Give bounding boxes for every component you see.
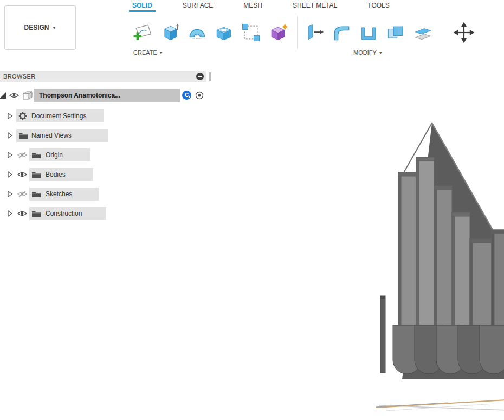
press-pull-button[interactable] xyxy=(302,18,327,47)
caret-down-icon: ▼ xyxy=(53,26,56,30)
tree-item-document-settings[interactable]: Document Settings xyxy=(0,109,217,123)
gear-icon xyxy=(18,112,27,120)
tab-surface[interactable]: SURFACE xyxy=(179,0,217,12)
caret-down-icon: ▼ xyxy=(379,51,383,55)
create-sketch-button[interactable] xyxy=(130,18,155,47)
tab-sheet-metal[interactable]: SHEET METAL xyxy=(289,0,340,12)
tree-item-label: Named Views xyxy=(31,128,72,143)
modify-group-dropdown[interactable]: MODIFY ▼ xyxy=(353,49,383,56)
rectangular-pattern-button[interactable] xyxy=(238,18,263,47)
shell-icon xyxy=(358,22,379,43)
offset-plane-button[interactable] xyxy=(410,18,435,47)
toolbar: DESIGN ▼ SOLID SURFACE MESH SHEET METAL … xyxy=(0,0,504,61)
tree-item-label: Bodies xyxy=(46,167,66,182)
tree-item-label: Document Settings xyxy=(31,109,86,123)
tree-item-label: Origin xyxy=(46,148,63,162)
shell-button[interactable] xyxy=(356,18,381,47)
tab-solid[interactable]: SOLID xyxy=(129,0,156,12)
browser-header: BROWSER xyxy=(0,71,206,82)
press-pull-icon xyxy=(303,22,325,43)
create-form-button[interactable] xyxy=(266,18,290,47)
caret-down-icon: ▼ xyxy=(159,51,163,55)
revolve-button[interactable] xyxy=(184,18,209,47)
component-icon xyxy=(22,91,33,100)
folder-icon xyxy=(31,190,41,198)
rectangular-pattern-icon xyxy=(240,22,262,43)
create-sketch-icon xyxy=(132,22,153,43)
tree-item-sketches[interactable]: Sketches xyxy=(0,187,217,201)
minus-icon xyxy=(198,76,202,77)
tree-item-named-views[interactable]: Named Views xyxy=(0,128,217,143)
cloud-status-badge[interactable]: C xyxy=(182,91,191,100)
tree-item-label: Sketches xyxy=(46,187,72,201)
badge-dot xyxy=(189,96,190,98)
combine-button[interactable] xyxy=(383,18,408,47)
eye-visible-icon[interactable] xyxy=(9,92,19,99)
hole-icon xyxy=(213,22,235,43)
folder-icon xyxy=(31,171,41,178)
tab-tools[interactable]: TOOLS xyxy=(364,0,392,12)
modify-group-label: MODIFY xyxy=(353,49,377,56)
expand-closed-icon[interactable] xyxy=(8,210,13,217)
folder-icon xyxy=(31,210,41,217)
tree-item-construction[interactable]: Construction xyxy=(0,206,217,221)
create-group-label: CREATE xyxy=(133,49,157,56)
eye-hidden-icon[interactable] xyxy=(17,191,27,197)
extrude-icon xyxy=(159,22,180,43)
design-menu-button[interactable]: DESIGN ▼ xyxy=(4,5,76,50)
tree-item-bodies[interactable]: Bodies xyxy=(0,167,217,182)
eye-hidden-icon[interactable] xyxy=(17,152,27,158)
folder-icon xyxy=(31,151,41,159)
model-3d xyxy=(376,123,504,411)
ribbon-tabs: SOLID SURFACE MESH SHEET METAL TOOLS xyxy=(129,0,393,12)
tree-item-label: Construction xyxy=(46,206,82,221)
expand-closed-icon[interactable] xyxy=(8,132,13,139)
expand-closed-icon[interactable] xyxy=(8,152,13,158)
offset-plane-icon xyxy=(412,22,434,43)
move-copy-icon xyxy=(453,22,475,43)
tool-row xyxy=(130,17,479,48)
eye-visible-icon[interactable] xyxy=(17,210,27,217)
browser-scrollbar[interactable] xyxy=(209,72,211,81)
revolve-icon xyxy=(186,22,208,43)
design-menu-label: DESIGN xyxy=(24,24,49,31)
expand-closed-icon[interactable] xyxy=(8,171,13,178)
expand-open-icon[interactable] xyxy=(0,92,7,99)
tree-item-root-component[interactable]: Thompson Anamotonica... C xyxy=(0,88,217,102)
eye-visible-icon[interactable] xyxy=(17,171,27,178)
create-form-icon xyxy=(267,22,289,43)
browser-title: BROWSER xyxy=(3,73,36,80)
browser-collapse-button[interactable] xyxy=(196,73,204,80)
tree-item-origin[interactable]: Origin xyxy=(0,148,217,162)
hole-button[interactable] xyxy=(211,18,236,47)
fillet-button[interactable] xyxy=(329,18,354,47)
expand-closed-icon[interactable] xyxy=(8,191,13,197)
tab-mesh[interactable]: MESH xyxy=(240,0,266,12)
create-group-dropdown[interactable]: CREATE ▼ xyxy=(133,49,163,56)
move-copy-button[interactable] xyxy=(451,18,476,47)
expand-closed-icon[interactable] xyxy=(8,113,13,119)
extrude-button[interactable] xyxy=(157,18,182,47)
fusion-window: { "toolbar": { "caret": "▼", "design_men… xyxy=(0,0,504,420)
fillet-icon xyxy=(331,22,352,43)
folder-icon xyxy=(18,132,28,139)
root-component-label: Thompson Anamotonica... xyxy=(39,88,120,102)
combine-icon xyxy=(385,22,406,43)
group-separator xyxy=(297,16,298,49)
activate-component-radio[interactable] xyxy=(195,91,204,100)
